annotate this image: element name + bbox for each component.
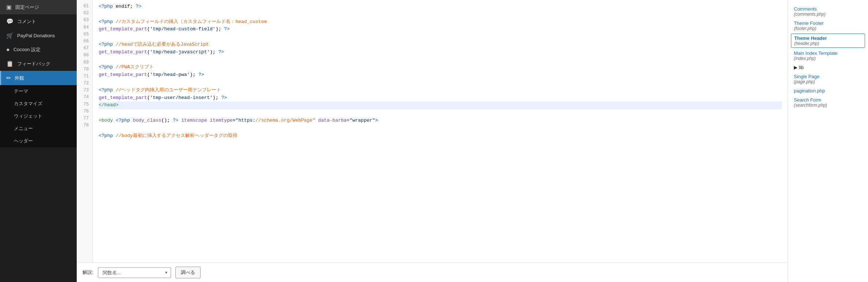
sidebar-item-comments-label: コメント: [17, 18, 36, 25]
bottom-bar: 解説: 関数名... ▾ 調べる: [77, 263, 788, 282]
file-name: Search Form: [794, 97, 862, 103]
sidebar-item-paypal[interactable]: 🛒 PayPal Donations: [0, 28, 77, 43]
sidebar-item-paypal-label: PayPal Donations: [17, 33, 55, 38]
lookup-button[interactable]: 調べる: [175, 267, 201, 278]
appearance-submenu: テーマ カスタマイズ ウィジェット メニュー ヘッダー: [0, 85, 77, 147]
sidebar-item-comments[interactable]: 💬 コメント: [0, 14, 77, 28]
file-item-index[interactable]: Main Index Template (index.php): [788, 49, 868, 63]
folder-icon: ▶: [794, 65, 797, 70]
main-area: 616263646566676869707172737475767778 <?p…: [77, 0, 788, 282]
sidebar-item-appearance-label: 外観: [15, 75, 24, 81]
appearance-icon: ✏: [6, 75, 11, 81]
submenu-item-customize[interactable]: カスタマイズ: [0, 98, 77, 110]
sidebar-item-feedback-label: フィードバック: [17, 61, 50, 67]
file-name: Theme Footer: [794, 20, 862, 26]
file-php-name: (comments.php): [794, 12, 862, 17]
file-php-name: (index.php): [794, 56, 862, 61]
file-list-sidebar: Comments (comments.php) Theme Footer (fo…: [788, 0, 868, 282]
file-name: Single Page: [794, 74, 862, 79]
bottom-label: 解説:: [83, 269, 94, 276]
file-item-footer[interactable]: Theme Footer (footer.php): [788, 19, 868, 33]
file-item-header[interactable]: Theme Header (header.php): [791, 34, 865, 48]
cocoon-icon: ●: [6, 46, 10, 53]
file-item-page[interactable]: Single Page (page.php): [788, 72, 868, 86]
file-name: Main Index Template: [794, 50, 862, 56]
function-select[interactable]: 関数名...: [98, 267, 171, 278]
file-php-name: (header.php): [794, 41, 862, 46]
sidebar-item-fixed-pages[interactable]: ▣ 固定ページ: [0, 0, 77, 14]
file-item-comments[interactable]: Comments (comments.php): [788, 4, 868, 19]
function-select-wrapper: 関数名... ▾: [98, 267, 171, 278]
sidebar-item-cocoon[interactable]: ● Cocoon 設定: [0, 43, 77, 57]
submenu-item-theme[interactable]: テーマ: [0, 85, 77, 98]
file-name: Theme Header: [794, 35, 862, 41]
sidebar-item-cocoon-label: Cocoon 設定: [14, 46, 41, 53]
comments-icon: 💬: [6, 18, 14, 25]
file-item-lib[interactable]: ▶ lib: [788, 63, 868, 72]
fixed-pages-icon: ▣: [6, 4, 12, 11]
file-php-name: (footer.php): [794, 26, 862, 31]
code-content[interactable]: <?php endif; ?> <?php //カスタムフィールドの挿入（カスタ…: [93, 0, 788, 263]
editor-area: 616263646566676869707172737475767778 <?p…: [77, 0, 788, 263]
file-name: Comments: [794, 6, 862, 12]
file-php-name: (page.php): [794, 79, 862, 84]
submenu-item-header[interactable]: ヘッダー: [0, 135, 77, 147]
dir-label: ▶ lib: [794, 65, 862, 70]
sidebar: ▣ 固定ページ 💬 コメント 🛒 PayPal Donations ● Coco…: [0, 0, 77, 282]
file-item-pagination[interactable]: pagination.php: [788, 86, 868, 95]
paypal-icon: 🛒: [6, 32, 14, 39]
sidebar-item-feedback[interactable]: 📋 フィードバック: [0, 57, 77, 71]
submenu-item-menu[interactable]: メニュー: [0, 122, 77, 135]
line-numbers: 616263646566676869707172737475767778: [77, 0, 93, 263]
sidebar-item-appearance[interactable]: ✏ 外観: [0, 71, 77, 85]
file-php-name: (searchform.php): [794, 103, 862, 108]
file-name: pagination.php: [794, 88, 862, 94]
code-container[interactable]: 616263646566676869707172737475767778 <?p…: [77, 0, 788, 263]
submenu-item-widget[interactable]: ウィジェット: [0, 110, 77, 122]
feedback-icon: 📋: [6, 60, 14, 67]
sidebar-item-fixed-pages-label: 固定ページ: [15, 4, 39, 11]
file-item-searchform[interactable]: Search Form (searchform.php): [788, 95, 868, 110]
